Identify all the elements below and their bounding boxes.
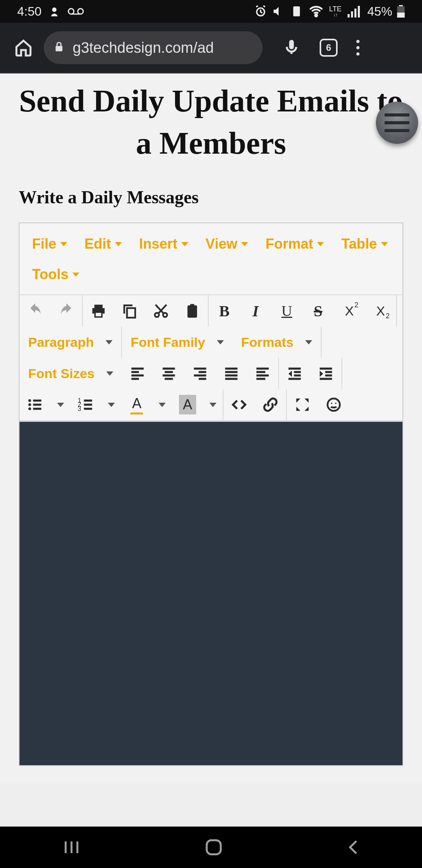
source-code-button[interactable] <box>224 390 255 420</box>
wifi-icon <box>308 3 324 20</box>
menu-view[interactable]: View <box>197 230 257 258</box>
text-color-button[interactable]: A <box>121 390 152 420</box>
align-left-button[interactable] <box>122 359 153 388</box>
caret-icon <box>181 242 188 246</box>
network-type: LTE↓↑ <box>329 5 342 17</box>
bold-button[interactable]: B <box>209 296 240 326</box>
bullet-list-dropdown[interactable] <box>51 390 70 420</box>
print-button[interactable] <box>83 296 114 326</box>
svg-point-54 <box>29 399 31 402</box>
caret-icon <box>72 273 79 277</box>
block-format-dropdown[interactable]: Paragraph <box>20 327 121 357</box>
svg-rect-19 <box>127 308 135 318</box>
svg-rect-16 <box>95 305 103 308</box>
svg-point-1 <box>68 9 74 14</box>
tab-switcher-button[interactable]: 6 <box>320 39 338 57</box>
outdent-button[interactable] <box>279 359 310 388</box>
caret-icon <box>217 340 224 344</box>
home-nav-button[interactable] <box>204 838 223 857</box>
menu-format[interactable]: Format <box>257 230 333 258</box>
italic-button[interactable]: I <box>240 296 271 326</box>
svg-rect-15 <box>289 40 294 49</box>
fullscreen-button[interactable] <box>287 390 318 420</box>
home-button[interactable] <box>11 38 36 57</box>
menu-insert[interactable]: Insert <box>131 230 197 258</box>
lock-icon <box>53 40 65 56</box>
subscript-button[interactable]: X2 <box>365 296 396 326</box>
formats-dropdown[interactable]: Formats <box>232 327 321 357</box>
caret-icon <box>57 403 64 407</box>
svg-marker-48 <box>288 371 292 377</box>
redo-button[interactable] <box>51 296 82 326</box>
browser-menu-button[interactable] <box>356 40 359 56</box>
caret-icon <box>317 242 324 246</box>
align-right-button[interactable] <box>184 359 216 388</box>
strike-button[interactable]: S <box>302 296 334 326</box>
svg-point-55 <box>29 404 31 406</box>
rich-text-editor: File Edit Insert View Format Table Tools… <box>19 222 403 766</box>
svg-text:3: 3 <box>78 405 81 412</box>
copy-button[interactable] <box>114 296 145 326</box>
svg-point-70 <box>327 398 340 411</box>
menu-tools[interactable]: Tools <box>23 261 88 288</box>
svg-rect-14 <box>55 46 63 52</box>
bg-color-button[interactable]: A <box>172 390 203 420</box>
superscript-button[interactable]: X2 <box>334 296 365 326</box>
section-subhead: Write a Daily Messages <box>0 180 422 222</box>
numbered-list-button[interactable]: 123 <box>70 390 102 420</box>
svg-point-6 <box>315 14 317 16</box>
browser-toolbar: g3techdesign.com/ad 6 <box>0 23 422 74</box>
recents-button[interactable] <box>61 839 82 855</box>
mute-icon <box>272 5 285 18</box>
align-center-button[interactable] <box>153 359 184 388</box>
back-nav-button[interactable] <box>345 838 361 857</box>
indent-button[interactable] <box>310 359 342 388</box>
notification-icon <box>48 5 61 18</box>
url-text: g3techdesign.com/ad <box>73 39 214 56</box>
battery-percent: 45% <box>367 4 392 19</box>
webpage-body: Send Daily Update Emails to a Members Wr… <box>0 74 422 782</box>
svg-marker-66 <box>296 398 300 403</box>
align-justify-button[interactable] <box>216 359 247 388</box>
caret-icon <box>159 403 166 407</box>
undo-button[interactable] <box>20 296 51 326</box>
site-menu-button[interactable] <box>376 102 418 144</box>
battery-saver-icon <box>290 5 303 18</box>
paste-button[interactable] <box>177 296 208 326</box>
page-title: Send Daily Update Emails to a Members <box>0 74 422 180</box>
caret-icon <box>241 242 248 246</box>
underline-button[interactable]: U <box>271 296 302 326</box>
bullet-list-button[interactable] <box>20 390 51 420</box>
font-sizes-dropdown[interactable]: Font Sizes <box>20 359 122 388</box>
svg-rect-22 <box>188 305 197 318</box>
bg-color-dropdown[interactable] <box>203 390 223 420</box>
mic-button[interactable] <box>282 38 301 58</box>
numbered-list-dropdown[interactable] <box>102 390 121 420</box>
caret-icon <box>209 403 216 407</box>
svg-rect-18 <box>95 312 102 317</box>
caret-icon <box>106 340 113 344</box>
emoji-button[interactable] <box>318 390 349 420</box>
editor-content-area[interactable] <box>20 421 402 765</box>
text-color-dropdown[interactable] <box>152 390 172 420</box>
menu-table[interactable]: Table <box>333 230 396 258</box>
insert-link-button[interactable] <box>255 390 286 420</box>
svg-rect-7 <box>347 14 349 18</box>
svg-marker-68 <box>296 407 300 411</box>
svg-rect-11 <box>399 5 403 6</box>
svg-rect-23 <box>190 304 195 307</box>
svg-rect-5 <box>293 6 300 16</box>
cut-button[interactable] <box>145 296 177 326</box>
font-family-dropdown[interactable]: Font Family <box>122 327 232 357</box>
align-none-button[interactable] <box>247 359 278 388</box>
caret-icon <box>60 242 67 246</box>
editor-toolbar: B I U S X2 X2 Paragraph Font Family Form… <box>20 295 402 421</box>
svg-rect-10 <box>358 6 360 18</box>
caret-icon <box>305 340 312 344</box>
svg-marker-53 <box>320 371 323 377</box>
menu-edit[interactable]: Edit <box>76 230 131 258</box>
menu-file[interactable]: File <box>23 230 76 258</box>
svg-point-71 <box>331 403 333 404</box>
signal-icon <box>346 3 363 20</box>
address-bar[interactable]: g3techdesign.com/ad <box>44 31 263 64</box>
